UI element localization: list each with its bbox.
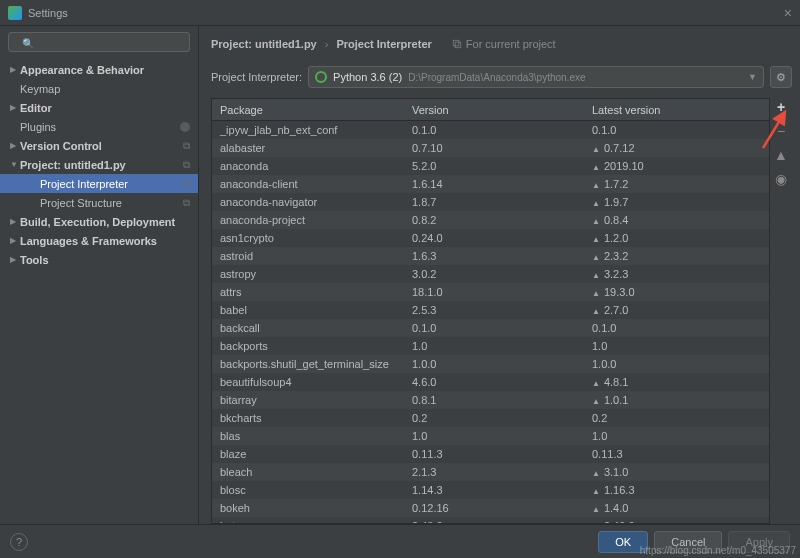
watermark: https://blog.csdn.net/m0_43505377 — [640, 545, 796, 556]
sidebar-item-keymap[interactable]: Keymap — [0, 79, 198, 98]
upgrade-available-icon: ▲ — [592, 217, 600, 226]
breadcrumb: Project: untitled1.py › Project Interpre… — [211, 32, 792, 56]
upgrade-package-button[interactable]: ▲ — [772, 146, 790, 164]
sidebar-item-tools[interactable]: ▶Tools — [0, 250, 198, 269]
table-row[interactable]: anaconda5.2.0▲2019.10 — [212, 157, 769, 175]
upgrade-available-icon: ▲ — [592, 199, 600, 208]
upgrade-available-icon: ▲ — [592, 397, 600, 406]
table-row[interactable]: anaconda-project0.8.2▲0.8.4 — [212, 211, 769, 229]
table-row[interactable]: _ipyw_jlab_nb_ext_conf0.1.00.1.0 — [212, 121, 769, 139]
table-row[interactable]: alabaster0.7.10▲0.7.12 — [212, 139, 769, 157]
settings-tree: ▶Appearance & BehaviorKeymap▶EditorPlugi… — [0, 58, 198, 524]
sidebar-item-languages-frameworks[interactable]: ▶Languages & Frameworks — [0, 231, 198, 250]
table-row[interactable]: bokeh0.12.16▲1.4.0 — [212, 499, 769, 517]
gear-icon: ⚙ — [776, 71, 786, 84]
interpreter-dropdown[interactable]: Python 3.6 (2) D:\ProgramData\Anaconda3\… — [308, 66, 764, 88]
copy-icon — [452, 39, 462, 49]
table-row[interactable]: beautifulsoup44.6.0▲4.8.1 — [212, 373, 769, 391]
sidebar-item-editor[interactable]: ▶Editor — [0, 98, 198, 117]
table-row[interactable]: babel2.5.3▲2.7.0 — [212, 301, 769, 319]
upgrade-available-icon: ▲ — [592, 379, 600, 388]
main-panel: Project: untitled1.py › Project Interpre… — [199, 26, 800, 524]
table-row[interactable]: bleach2.1.3▲3.1.0 — [212, 463, 769, 481]
sidebar-item-plugins[interactable]: Plugins — [0, 117, 198, 136]
window-title: Settings — [28, 7, 68, 19]
sidebar-item-version-control[interactable]: ▶Version Control⧉ — [0, 136, 198, 155]
upgrade-available-icon: ▲ — [592, 307, 600, 316]
table-row[interactable]: attrs18.1.0▲19.3.0 — [212, 283, 769, 301]
badge-icon — [180, 122, 190, 132]
current-project-icon: ⧉ — [183, 178, 190, 190]
help-button[interactable]: ? — [10, 533, 28, 551]
table-row[interactable]: astropy3.0.2▲3.2.3 — [212, 265, 769, 283]
interpreter-row: Project Interpreter: Python 3.6 (2) D:\P… — [211, 66, 792, 88]
show-early-releases-button[interactable]: ◉ — [772, 170, 790, 188]
upgrade-available-icon: ▲ — [592, 163, 600, 172]
chevron-right-icon: › — [325, 38, 329, 50]
svg-rect-1 — [455, 42, 461, 48]
table-row[interactable]: boto2.48.0▲2.49.0 — [212, 517, 769, 524]
table-row[interactable]: anaconda-client1.6.14▲1.7.2 — [212, 175, 769, 193]
col-version[interactable]: Version — [412, 104, 592, 116]
table-row[interactable]: blas1.01.0 — [212, 427, 769, 445]
add-package-button[interactable]: + — [772, 98, 790, 116]
table-body[interactable]: _ipyw_jlab_nb_ext_conf0.1.00.1.0alabaste… — [211, 120, 770, 524]
package-table: Package Version Latest version _ipyw_jla… — [211, 98, 770, 524]
interpreter-name: Python 3.6 (2) — [333, 71, 402, 83]
svg-rect-0 — [453, 40, 459, 46]
table-row[interactable]: bkcharts0.20.2 — [212, 409, 769, 427]
current-project-icon: ⧉ — [183, 140, 190, 152]
upgrade-available-icon: ▲ — [592, 487, 600, 496]
upgrade-available-icon: ▲ — [592, 253, 600, 262]
close-icon[interactable]: × — [784, 5, 792, 21]
app-logo-icon — [8, 6, 22, 20]
table-row[interactable]: asn1crypto0.24.0▲1.2.0 — [212, 229, 769, 247]
sidebar-item-project-interpreter[interactable]: Project Interpreter⧉ — [0, 174, 198, 193]
upgrade-available-icon: ▲ — [592, 505, 600, 514]
table-row[interactable]: anaconda-navigator1.8.7▲1.9.7 — [212, 193, 769, 211]
col-latest[interactable]: Latest version — [592, 104, 769, 116]
table-row[interactable]: blaze0.11.30.11.3 — [212, 445, 769, 463]
table-row[interactable]: backcall0.1.00.1.0 — [212, 319, 769, 337]
table-row[interactable]: backports.shutil_get_terminal_size1.0.01… — [212, 355, 769, 373]
upgrade-available-icon: ▲ — [592, 289, 600, 298]
upgrade-available-icon: ▲ — [592, 235, 600, 244]
upgrade-available-icon: ▲ — [592, 271, 600, 280]
sidebar: 🔍 ▶Appearance & BehaviorKeymap▶EditorPlu… — [0, 26, 199, 524]
interpreter-path: D:\ProgramData\Anaconda3\python.exe — [408, 72, 585, 83]
titlebar: Settings × — [0, 0, 800, 26]
breadcrumb-leaf: Project Interpreter — [336, 38, 431, 50]
chevron-down-icon: ▼ — [748, 72, 757, 82]
table-row[interactable]: backports1.01.0 — [212, 337, 769, 355]
interpreter-label: Project Interpreter: — [211, 71, 302, 83]
package-toolbar: + − ▲ ◉ — [770, 98, 792, 524]
for-current-project-label: For current project — [452, 38, 556, 50]
table-header: Package Version Latest version — [211, 98, 770, 120]
remove-package-button[interactable]: − — [772, 122, 790, 140]
sidebar-item-appearance-behavior[interactable]: ▶Appearance & Behavior — [0, 60, 198, 79]
upgrade-available-icon: ▲ — [592, 145, 600, 154]
sidebar-item-build-execution-deployment[interactable]: ▶Build, Execution, Deployment — [0, 212, 198, 231]
table-row[interactable]: astroid1.6.3▲2.3.2 — [212, 247, 769, 265]
sidebar-item-project-untitled1-py[interactable]: ▼Project: untitled1.py⧉ — [0, 155, 198, 174]
table-row[interactable]: blosc1.14.3▲1.16.3 — [212, 481, 769, 499]
table-row[interactable]: bitarray0.8.1▲1.0.1 — [212, 391, 769, 409]
upgrade-available-icon: ▲ — [592, 469, 600, 478]
interpreter-settings-button[interactable]: ⚙ — [770, 66, 792, 88]
current-project-icon: ⧉ — [183, 159, 190, 171]
python-icon — [315, 71, 327, 83]
current-project-icon: ⧉ — [183, 197, 190, 209]
upgrade-available-icon: ▲ — [592, 181, 600, 190]
search-container: 🔍 — [8, 32, 190, 52]
sidebar-item-project-structure[interactable]: Project Structure⧉ — [0, 193, 198, 212]
search-input[interactable] — [8, 32, 190, 52]
breadcrumb-root[interactable]: Project: untitled1.py — [211, 38, 317, 50]
col-package[interactable]: Package — [220, 104, 412, 116]
search-icon: 🔍 — [22, 38, 34, 49]
